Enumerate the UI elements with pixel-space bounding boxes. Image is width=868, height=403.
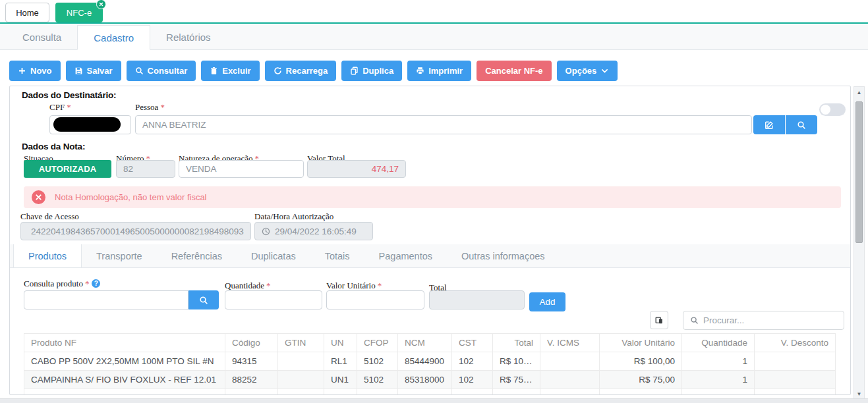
required-marker: *: [67, 102, 71, 112]
scroll-up-icon[interactable]: ▲: [854, 88, 864, 97]
tab-referencias[interactable]: Referências: [157, 244, 237, 267]
natureza-field[interactable]: [179, 160, 304, 178]
status-badge: AUTORIZADA: [24, 160, 111, 178]
excluir-button[interactable]: Excluir: [201, 61, 259, 81]
column-header-cst[interactable]: CST: [452, 334, 493, 352]
nota-heading: Dados da Nota:: [22, 142, 85, 151]
tab-pagamentos[interactable]: Pagamentos: [364, 244, 447, 267]
edit-person-button[interactable]: [753, 115, 785, 134]
table-cell: [225, 389, 278, 396]
valor-unitario-input[interactable]: [326, 290, 424, 309]
procurar-search: [683, 311, 844, 330]
search-icon: [797, 121, 806, 130]
main-tab-bar: Consulta Cadastro Relatórios: [0, 25, 868, 50]
tab-referencias-label: Referências: [171, 251, 222, 261]
consultar-button[interactable]: Consultar: [127, 61, 196, 81]
table-cell: [398, 389, 452, 396]
table-row[interactable]: CABO PP 500V 2X2,50MM 100M PTO SIL #N943…: [24, 352, 836, 371]
required-marker: *: [85, 279, 90, 288]
add-button[interactable]: Add: [529, 292, 565, 311]
consulta-produto-search-button[interactable]: [188, 290, 219, 309]
column-header-cfop[interactable]: CFOP: [357, 334, 398, 352]
tab-totais[interactable]: Totais: [310, 244, 364, 267]
pessoa-field[interactable]: [135, 115, 752, 134]
quantidade-input[interactable]: [225, 290, 322, 309]
opcoes-button[interactable]: Opções: [557, 61, 618, 81]
window-tab-nfce[interactable]: NFC-e: [55, 3, 103, 22]
homologacao-alert: Nota Homologação, não tem valor fiscal: [24, 186, 841, 208]
help-icon[interactable]: ?: [92, 279, 100, 288]
tab-transporte-label: Transporte: [96, 251, 142, 261]
consulta-produto-input[interactable]: [24, 290, 188, 309]
column-header-un[interactable]: UN: [324, 334, 357, 352]
column-header-total[interactable]: Total: [493, 334, 540, 352]
tab-relatorios[interactable]: Relatórios: [150, 25, 227, 49]
column-header-c-digo[interactable]: Código: [225, 334, 278, 352]
table-cell: 1: [682, 352, 755, 371]
excluir-label: Excluir: [222, 66, 250, 76]
close-icon[interactable]: [96, 0, 106, 9]
duplica-button[interactable]: Duplica: [341, 61, 402, 81]
tab-consulta-label: Consulta: [22, 32, 61, 43]
column-header-v-desconto[interactable]: V. Desconto: [755, 334, 836, 352]
chave-acesso-field[interactable]: [20, 222, 251, 240]
column-header-quantidade[interactable]: Quantidade: [682, 334, 755, 352]
table-cell: 5102: [357, 352, 398, 371]
table-cell: 94315: [225, 352, 278, 371]
search-icon: [690, 316, 699, 325]
search-person-button[interactable]: [786, 115, 817, 134]
duplica-label: Duplica: [362, 66, 393, 76]
table-cell: [278, 352, 324, 371]
table-cell: 88252: [225, 371, 278, 389]
column-header-v-icms[interactable]: V. ICMS: [540, 334, 600, 352]
tab-duplicatas[interactable]: Duplicatas: [237, 244, 310, 267]
vertical-scrollbar[interactable]: ▲ ▼: [854, 86, 865, 400]
table-row[interactable]: CAMPAINHA S/ FIO BIV FOXLUX - REF 12.018…: [24, 371, 836, 389]
copy-table-button[interactable]: [650, 311, 668, 329]
total-input[interactable]: [429, 290, 525, 309]
cancelar-nfe-button[interactable]: Cancelar NF-e: [477, 61, 551, 81]
table-row-empty: [24, 389, 836, 396]
tab-consulta[interactable]: Consulta: [7, 25, 77, 49]
table-cell: [278, 389, 324, 396]
scrollbar-thumb[interactable]: [855, 101, 863, 243]
window-tab-home[interactable]: Home: [5, 3, 49, 22]
column-header-produto-nf[interactable]: Produto NF: [24, 334, 225, 352]
table-cell: R$ 75,00: [600, 371, 682, 389]
novo-button[interactable]: Novo: [9, 61, 61, 81]
tab-cadastro-label: Cadastro: [94, 32, 134, 43]
tab-cadastro[interactable]: Cadastro: [77, 25, 150, 50]
recarrega-button[interactable]: Recarrega: [265, 61, 337, 81]
tab-relatorios-label: Relatórios: [166, 32, 211, 43]
novo-label: Novo: [30, 66, 52, 76]
numero-field[interactable]: [116, 160, 175, 178]
valor-total-field[interactable]: [307, 160, 406, 178]
toggle-switch[interactable]: [819, 103, 846, 116]
procurar-input[interactable]: [703, 315, 837, 325]
horizontal-scrollbar[interactable]: [0, 398, 868, 403]
edit-icon: [765, 121, 774, 130]
table-cell: 85318000: [398, 371, 452, 389]
tab-pagamentos-label: Pagamentos: [379, 251, 432, 261]
table-cell: [540, 371, 600, 389]
window-tab-nfce-label: NFC-e: [67, 8, 92, 18]
tab-produtos[interactable]: Produtos: [13, 244, 82, 267]
salvar-button[interactable]: Salvar: [66, 61, 121, 81]
data-hora-field[interactable]: 29/04/2022 16:05:49: [254, 222, 373, 240]
table-cell: R$ 100,00: [493, 352, 540, 371]
table-cell: UN1: [324, 371, 357, 389]
tab-transporte[interactable]: Transporte: [82, 244, 157, 267]
copy-icon: [350, 67, 359, 75]
scroll-down-icon[interactable]: ▼: [854, 389, 864, 399]
imprimir-button[interactable]: Imprimir: [407, 61, 471, 81]
salvar-label: Salvar: [87, 66, 113, 76]
chevron-down-icon: [600, 67, 609, 75]
column-header-valor-unit-rio[interactable]: Valor Unitário: [600, 334, 682, 352]
column-header-gtin[interactable]: GTIN: [278, 334, 324, 352]
tab-outras-informacoes[interactable]: Outras informaçoes: [447, 244, 560, 267]
toggle-knob: [821, 105, 830, 115]
required-marker: *: [266, 281, 271, 290]
column-header-ncm[interactable]: NCM: [398, 334, 452, 352]
data-hora-value: 29/04/2022 16:05:49: [275, 227, 357, 236]
quantidade-label: Quantidade*: [225, 281, 270, 291]
